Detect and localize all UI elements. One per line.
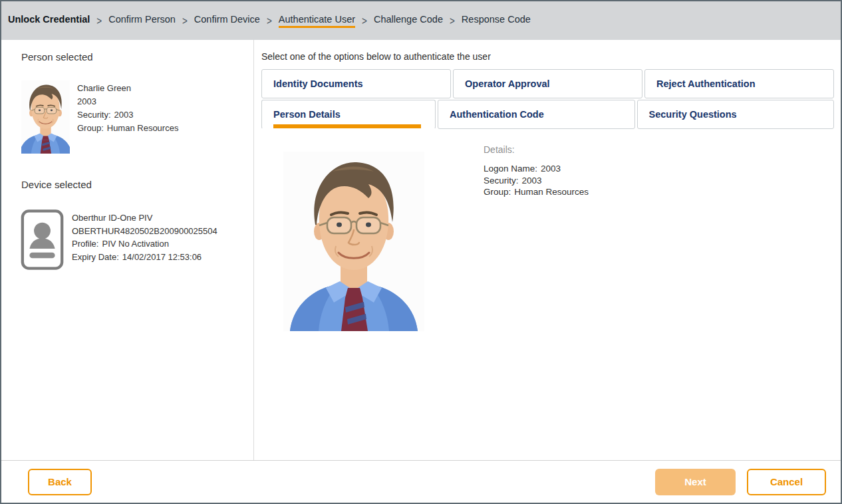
auth-option-tab[interactable]: Operator Approval — [453, 69, 642, 98]
breadcrumb-entry: > Challenge Code — [355, 14, 443, 28]
person-info-line: 2003 — [77, 95, 178, 108]
person-info: Charlie Green 2003 Security:2003 Group:H… — [77, 80, 178, 154]
chevron-separator-icon: > — [267, 15, 272, 27]
breadcrumb-bar: Unlock Credential > Confirm Person > Con… — [1, 1, 841, 40]
selection-sidebar: Person selected Charlie Green 2003 Secur… — [1, 40, 254, 460]
breadcrumb-item[interactable]: Confirm Person — [108, 14, 176, 28]
device-info-line: OBERTHUR4820502B200900025504 — [72, 225, 217, 238]
person-photo-thumbnail — [21, 80, 70, 154]
chevron-separator-icon: > — [362, 15, 367, 27]
auth-tabs-row-1: Identity Documents Operator Approval Rej… — [261, 69, 834, 98]
person-photo-large — [283, 152, 424, 331]
person-info-line: Charlie Green — [77, 82, 178, 95]
intro-text: Select one of the options below to authe… — [261, 51, 834, 62]
breadcrumb-item[interactable]: Response Code — [462, 14, 531, 28]
device-info-line: Oberthur ID-One PIV — [72, 211, 217, 225]
auth-option-tab[interactable]: Authentication Code — [438, 100, 635, 129]
person-info-line: Security:2003 — [77, 108, 178, 122]
detail-row: Logon Name:2003 — [484, 163, 589, 175]
next-button[interactable]: Next — [655, 469, 736, 495]
auth-option-tab[interactable]: Reject Authentication — [644, 69, 834, 98]
chevron-separator-icon: > — [182, 15, 188, 27]
authenticate-user-panel: Select one of the options below to authe… — [254, 40, 841, 460]
device-info: Oberthur ID-One PIV OBERTHUR4820502B2009… — [72, 208, 217, 271]
chevron-separator-icon: > — [450, 15, 455, 27]
detail-row: Security:2003 — [484, 175, 589, 187]
breadcrumb-item[interactable]: Authenticate User — [279, 14, 355, 28]
detail-row: Group:Human Resources — [484, 186, 589, 198]
breadcrumb-item[interactable]: Unlock Credential — [8, 14, 90, 28]
auth-option-tab[interactable]: Identity Documents — [261, 69, 451, 98]
selected-device-card: Oberthur ID-One PIV OBERTHUR4820502B2009… — [21, 208, 241, 271]
details-heading: Details: — [484, 144, 589, 155]
smartcard-icon — [20, 208, 65, 271]
device-selected-heading: Device selected — [21, 179, 241, 190]
device-info-line: Expiry Date:14/02/2017 12:53:06 — [72, 251, 217, 264]
breadcrumb-entry: > Confirm Person — [90, 14, 176, 28]
breadcrumb-entry: > Authenticate User — [260, 14, 355, 28]
details-rows: Logon Name:2003 Security:2003 Group:Huma… — [484, 163, 589, 198]
details-block: Details: Logon Name:2003 Security:2003 G… — [484, 144, 589, 331]
auth-option-tab[interactable]: Person Details — [261, 100, 436, 129]
unlock-credential-window: Unlock Credential > Confirm Person > Con… — [0, 0, 842, 504]
device-info-line: Profile:PIV No Activation — [72, 237, 217, 251]
selected-person-card: Charlie Green 2003 Security:2003 Group:H… — [21, 80, 241, 154]
person-selected-heading: Person selected — [21, 51, 241, 63]
cancel-button[interactable]: Cancel — [747, 469, 826, 495]
auth-tabs-row-2: Person Details Authentication Code Secur… — [261, 100, 834, 129]
person-details-content: Details: Logon Name:2003 Security:2003 G… — [261, 144, 834, 331]
person-info-line: Group:Human Resources — [77, 122, 178, 135]
breadcrumb-item[interactable]: Confirm Device — [194, 14, 260, 28]
breadcrumb: Unlock Credential > Confirm Person > Con… — [8, 14, 531, 28]
breadcrumb-entry: > Confirm Device — [176, 14, 260, 28]
breadcrumb-entry: Unlock Credential — [8, 14, 90, 28]
back-button[interactable]: Back — [28, 469, 92, 495]
breadcrumb-item[interactable]: Challenge Code — [374, 14, 443, 28]
footer-bar: Back Next Cancel — [1, 460, 841, 503]
auth-option-tab[interactable]: Security Questions — [637, 100, 835, 129]
chevron-separator-icon: > — [96, 15, 102, 27]
breadcrumb-entry: > Response Code — [443, 14, 531, 28]
